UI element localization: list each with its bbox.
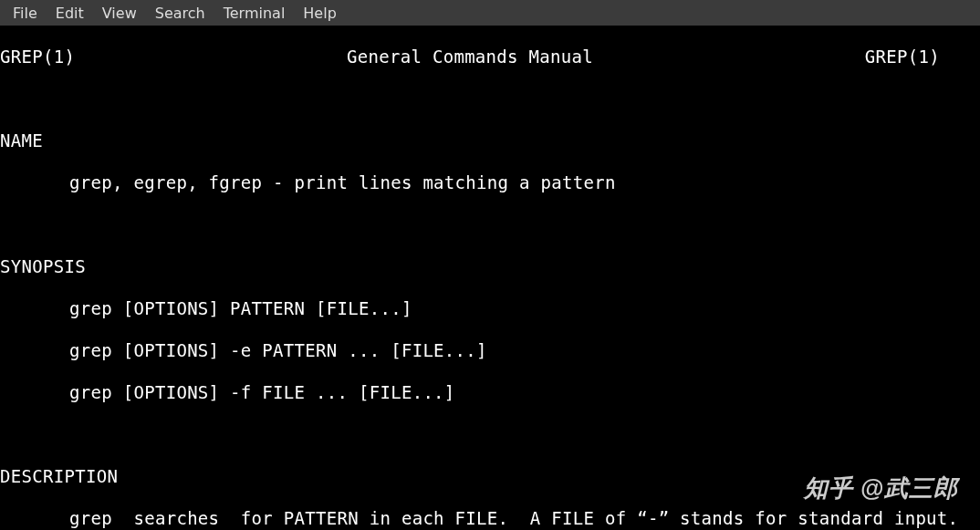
menu-file[interactable]: File [4, 2, 47, 25]
menubar: File Edit View Search Terminal Help [0, 0, 980, 26]
blank-line [0, 424, 980, 445]
man-header: GREP(1)General Commands ManualGREP(1) [0, 47, 940, 68]
synopsis-line: grep [OPTIONS] PATTERN [FILE...] [0, 298, 980, 319]
man-header-center: General Commands Manual [347, 47, 593, 68]
menu-edit[interactable]: Edit [47, 2, 93, 25]
menu-terminal[interactable]: Terminal [214, 2, 295, 25]
synopsis-line: grep [OPTIONS] -f FILE ... [FILE...] [0, 382, 980, 403]
description-line: grep searches for PATTERN in each FILE. … [0, 508, 980, 529]
blank-line [0, 88, 980, 109]
section-description-title: DESCRIPTION [0, 466, 980, 487]
menu-search[interactable]: Search [146, 2, 214, 25]
synopsis-line: grep [OPTIONS] -e PATTERN ... [FILE...] [0, 340, 980, 361]
section-synopsis-title: SYNOPSIS [0, 256, 980, 277]
blank-line [0, 214, 980, 235]
menu-help[interactable]: Help [294, 2, 345, 25]
section-name-title: NAME [0, 130, 980, 151]
man-header-left: GREP(1) [0, 47, 75, 68]
menu-view[interactable]: View [93, 2, 146, 25]
man-header-right: GREP(1) [865, 47, 940, 68]
terminal-output[interactable]: GREP(1)General Commands ManualGREP(1) NA… [0, 26, 980, 530]
name-line: grep, egrep, fgrep - print lines matchin… [0, 172, 980, 193]
